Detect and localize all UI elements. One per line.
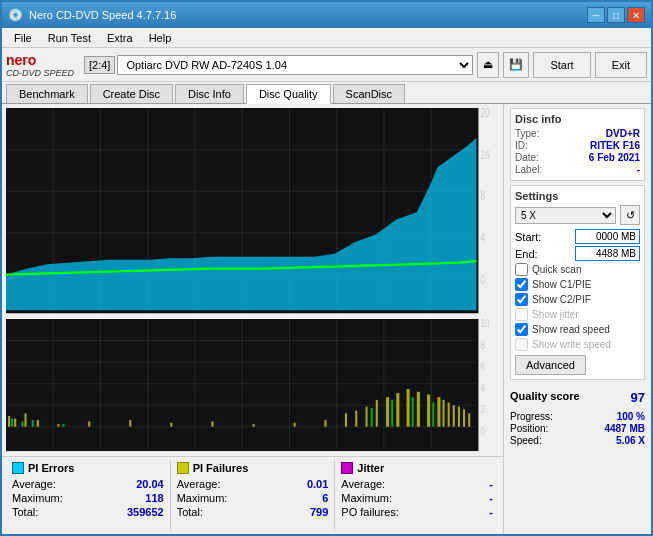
eject-button[interactable]: ⏏	[477, 52, 499, 78]
minimize-button[interactable]: ─	[587, 7, 605, 23]
progress-row: Progress: 100 %	[510, 411, 645, 422]
pi-failures-total-value: 799	[310, 506, 328, 518]
svg-rect-75	[417, 392, 420, 427]
pi-failures-average-value: 0.01	[307, 478, 328, 490]
svg-rect-74	[407, 389, 410, 427]
app-window: 💿 Nero CD-DVD Speed 4.7.7.16 ─ □ ✕ File …	[0, 0, 653, 536]
pi-failures-average-label: Average:	[177, 478, 221, 490]
tab-disc-quality[interactable]: Disc Quality	[246, 84, 331, 104]
show-read-speed-checkbox[interactable]	[515, 323, 528, 336]
position-row: Position: 4487 MB	[510, 423, 645, 434]
start-input[interactable]	[575, 229, 640, 244]
position-value: 4487 MB	[604, 423, 645, 434]
menu-run-test[interactable]: Run Test	[40, 31, 99, 45]
disc-date-row: Date: 6 Feb 2021	[515, 152, 640, 163]
svg-rect-69	[355, 411, 357, 427]
show-c2-pif-checkbox[interactable]	[515, 293, 528, 306]
top-chart: 20 16 8 4 0 200 160 80 40 0	[6, 108, 499, 316]
svg-rect-80	[453, 405, 455, 427]
jitter-po-row: PO failures: -	[341, 506, 493, 518]
svg-rect-81	[458, 407, 460, 427]
svg-rect-90	[412, 397, 414, 427]
show-c1-pie-label: Show C1/PIE	[532, 279, 591, 290]
pi-errors-color	[12, 462, 24, 474]
show-read-speed-label: Show read speed	[532, 324, 610, 335]
disc-id-label: ID:	[515, 140, 528, 151]
svg-rect-57	[14, 419, 16, 427]
position-label: Position:	[510, 423, 548, 434]
speed-row-progress: Speed: 5.06 X	[510, 435, 645, 446]
tab-scan-disc[interactable]: ScanDisc	[333, 84, 405, 103]
tab-benchmark[interactable]: Benchmark	[6, 84, 88, 103]
svg-rect-71	[376, 400, 378, 427]
jitter-stats: Jitter Average: - Maximum: - PO failures…	[335, 460, 499, 531]
refresh-button[interactable]: ↺	[620, 205, 640, 225]
show-read-speed-row[interactable]: Show read speed	[515, 323, 640, 336]
logo-text: nero	[6, 52, 74, 68]
svg-rect-63	[170, 423, 172, 427]
quick-scan-row[interactable]: Quick scan	[515, 263, 640, 276]
start-button[interactable]: Start	[533, 52, 590, 78]
pi-failures-label: PI Failures	[193, 462, 249, 474]
pi-failures-maximum-label: Maximum:	[177, 492, 228, 504]
progress-section: Progress: 100 % Position: 4487 MB Speed:…	[510, 411, 645, 447]
close-button[interactable]: ✕	[627, 7, 645, 23]
svg-rect-64	[211, 422, 213, 427]
tab-create-disc[interactable]: Create Disc	[90, 84, 173, 103]
menu-extra[interactable]: Extra	[99, 31, 141, 45]
content-area: 20 16 8 4 0 200 160 80 40 0	[2, 104, 651, 534]
tab-disc-info[interactable]: Disc Info	[175, 84, 244, 103]
drive-select-area: [2:4] Optiarc DVD RW AD-7240S 1.04	[84, 55, 473, 75]
quality-score-value: 97	[631, 390, 645, 405]
pi-errors-total-label: Total:	[12, 506, 38, 518]
exit-button[interactable]: Exit	[595, 52, 647, 78]
svg-rect-70	[365, 407, 367, 427]
show-c2-pif-row[interactable]: Show C2/PIF	[515, 293, 640, 306]
top-chart-container: 20 16 8 4 0 200 160 80 40 0	[6, 108, 499, 316]
save-button[interactable]: 💾	[503, 52, 529, 78]
svg-text:8: 8	[481, 339, 486, 351]
jitter-maximum-label: Maximum:	[341, 492, 392, 504]
pi-errors-average-value: 20.04	[136, 478, 164, 490]
app-icon: 💿	[8, 8, 23, 22]
jitter-maximum-value: -	[489, 492, 493, 504]
logo: nero CD-DVD SPEED	[6, 52, 74, 78]
svg-text:6: 6	[481, 360, 486, 372]
pi-errors-stats: PI Errors Average: 20.04 Maximum: 118 To…	[6, 460, 171, 531]
charts-and-stats: 20 16 8 4 0 200 160 80 40 0	[2, 104, 503, 534]
show-write-speed-checkbox	[515, 338, 528, 351]
pi-failures-maximum-value: 6	[322, 492, 328, 504]
jitter-po-value: -	[489, 506, 493, 518]
progress-value: 100 %	[617, 411, 645, 422]
quick-scan-checkbox[interactable]	[515, 263, 528, 276]
svg-rect-87	[62, 424, 64, 427]
jitter-average-row: Average: -	[341, 478, 493, 490]
svg-rect-88	[371, 408, 373, 427]
drive-select[interactable]: Optiarc DVD RW AD-7240S 1.04	[117, 55, 473, 75]
menu-file[interactable]: File	[6, 31, 40, 45]
quick-scan-label: Quick scan	[532, 264, 581, 275]
svg-rect-60	[57, 424, 59, 427]
speed-select[interactable]: 5 X	[515, 207, 616, 224]
end-input[interactable]	[575, 246, 640, 261]
disc-date-label: Date:	[515, 152, 539, 163]
show-jitter-checkbox	[515, 308, 528, 321]
show-c1-pie-checkbox[interactable]	[515, 278, 528, 291]
show-c1-pie-row[interactable]: Show C1/PIE	[515, 278, 640, 291]
jitter-average-label: Average:	[341, 478, 385, 490]
bottom-chart: 10 8 6 4 2 0	[6, 319, 499, 454]
bottom-chart-container: 10 8 6 4 2 0	[6, 319, 499, 454]
svg-text:10: 10	[481, 319, 490, 329]
advanced-button[interactable]: Advanced	[515, 355, 586, 375]
jitter-header: Jitter	[341, 462, 493, 474]
progress-label: Progress:	[510, 411, 553, 422]
menu-help[interactable]: Help	[141, 31, 180, 45]
window-title: Nero CD-DVD Speed 4.7.7.16	[29, 9, 176, 21]
pi-failures-total-row: Total: 799	[177, 506, 329, 518]
svg-rect-79	[448, 403, 450, 427]
svg-rect-73	[396, 393, 399, 427]
quality-score-row: Quality score 97	[510, 388, 645, 407]
pi-errors-total-row: Total: 359652	[12, 506, 164, 518]
maximize-button[interactable]: □	[607, 7, 625, 23]
disc-info-title: Disc info	[515, 113, 640, 125]
